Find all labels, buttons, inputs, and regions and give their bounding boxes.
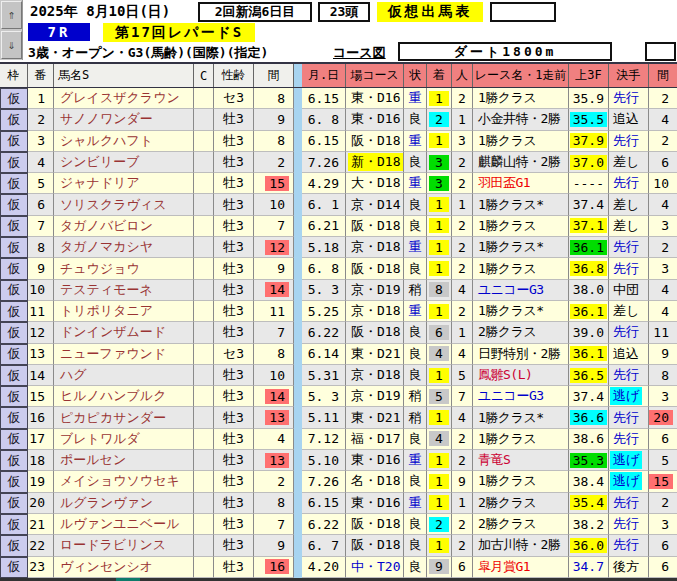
cell-waku[interactable]: 仮 xyxy=(0,88,28,109)
cell-waku-value: 仮 xyxy=(5,281,24,299)
cell-race-name-value: 1勝クラス* xyxy=(475,409,547,427)
cell-sex-age: セ3 xyxy=(214,344,254,365)
cell-horse-name[interactable]: メイショウソウセキ xyxy=(54,471,194,492)
cell-sex-age-value: 牡3 xyxy=(220,472,247,490)
cell-horse-name[interactable]: サノノワンダー xyxy=(54,109,194,130)
cell-condition-value: 稍 xyxy=(406,387,425,405)
cell-horse-name[interactable]: トリポリタニア xyxy=(54,301,194,322)
cell-finish-value: 1 xyxy=(429,453,449,468)
cell-run-style: 先行 xyxy=(609,493,649,514)
cell-waku[interactable]: 仮 xyxy=(0,344,28,365)
cell-finish-value: 5 xyxy=(429,389,449,404)
cell-horse-name[interactable]: ソリスクラヴィス xyxy=(54,194,194,215)
column-separator xyxy=(294,237,302,258)
cell-waku[interactable]: 仮 xyxy=(0,322,28,343)
cell-run-style: 差し xyxy=(609,194,649,215)
cell-popularity-value: 7 xyxy=(455,389,469,404)
cell-waku[interactable]: 仮 xyxy=(0,173,28,194)
cell-sex-age: 牡3 xyxy=(214,514,254,535)
cell-race-name: 1勝クラス xyxy=(473,471,569,492)
cell-number-value: 2 xyxy=(34,112,48,127)
cell-interval: 9 xyxy=(649,344,677,365)
cell-waku[interactable]: 仮 xyxy=(0,450,28,471)
cell-race-name-value: 1勝クラス* xyxy=(475,196,547,214)
cell-finish: 6 xyxy=(427,322,452,343)
cell-track-course-value: 福・D17 xyxy=(348,430,403,448)
cell-finish-value: 1 xyxy=(429,261,449,276)
cell-number: 13 xyxy=(28,344,54,365)
column-separator xyxy=(294,493,302,514)
cell-horse-name-value: シンビリーブ xyxy=(57,153,143,171)
cell-sex-age-value: 牡3 xyxy=(220,558,247,576)
cell-waku[interactable]: 仮 xyxy=(0,280,28,301)
cell-waku[interactable]: 仮 xyxy=(0,194,28,215)
cell-number: 21 xyxy=(28,514,54,535)
cell-waku[interactable]: 仮 xyxy=(0,152,28,173)
cell-number: 14 xyxy=(28,365,54,386)
cell-popularity: 2 xyxy=(452,450,473,471)
cell-date: 7.26 xyxy=(302,152,346,173)
cell-horse-name[interactable]: ヒルノハンブルク xyxy=(54,386,194,407)
column-separator xyxy=(294,322,302,343)
cell-horse-name[interactable]: ドンインザムード xyxy=(54,322,194,343)
cell-waku[interactable]: 仮 xyxy=(0,386,28,407)
column-separator xyxy=(294,64,302,87)
cell-last3f: 38.0 xyxy=(569,280,609,301)
cell-horse-name[interactable]: ニューファウンド xyxy=(54,344,194,365)
cell-waku[interactable]: 仮 xyxy=(0,493,28,514)
cell-horse-name[interactable]: ハグ xyxy=(54,365,194,386)
cell-condition: 良 xyxy=(404,535,427,556)
cell-horse-name[interactable]: タガノバビロン xyxy=(54,216,194,237)
cell-waku[interactable]: 仮 xyxy=(0,301,28,322)
cell-waku[interactable]: 仮 xyxy=(0,471,28,492)
cell-track-course: 京・D19 xyxy=(346,386,404,407)
cell-track-course-value: 東・D21 xyxy=(348,345,403,363)
cell-sex-age: 牡3 xyxy=(214,131,254,152)
cell-weeks-since: 8 xyxy=(254,493,294,514)
cell-horse-name[interactable]: シンビリーブ xyxy=(54,152,194,173)
cell-horse-name[interactable]: チュウジョウ xyxy=(54,258,194,279)
cell-horse-name[interactable]: ポールセン xyxy=(54,450,194,471)
cell-weeks-since-value: 7 xyxy=(273,517,289,532)
cell-waku[interactable]: 仮 xyxy=(0,514,28,535)
cell-waku[interactable]: 仮 xyxy=(0,365,28,386)
cell-last3f-value: 37.4 xyxy=(570,389,607,404)
cell-waku[interactable]: 仮 xyxy=(0,429,28,450)
cell-waku[interactable]: 仮 xyxy=(0,258,28,279)
cell-horse-name[interactable]: ブレトワルダ xyxy=(54,429,194,450)
cell-horse-name-value: タガノバビロン xyxy=(57,217,156,235)
cell-waku[interactable]: 仮 xyxy=(0,535,28,556)
cell-horse-name[interactable]: テスティモーネ xyxy=(54,280,194,301)
cell-waku[interactable]: 仮 xyxy=(0,216,28,237)
cell-horse-name[interactable]: ヴィンセンシオ xyxy=(54,557,194,578)
cell-waku[interactable]: 仮 xyxy=(0,131,28,152)
cell-waku[interactable]: 仮 xyxy=(0,407,28,428)
cell-weeks-since: 2 xyxy=(254,471,294,492)
cell-condition-value: 稍 xyxy=(406,409,425,427)
cell-sex-age: 牡3 xyxy=(214,173,254,194)
cell-horse-name[interactable]: ルヴァンユニベール xyxy=(54,514,194,535)
cell-horse-name[interactable]: ピカピカサンダー xyxy=(54,407,194,428)
cell-horse-name[interactable]: ルグランヴァン xyxy=(54,493,194,514)
cell-horse-name[interactable]: ロードラビリンス xyxy=(54,535,194,556)
cell-horse-name[interactable]: タガノマカシヤ xyxy=(54,237,194,258)
cell-date-value: 7.26 xyxy=(305,155,342,170)
cell-weeks-since-value: 2 xyxy=(273,474,289,489)
cell-waku[interactable]: 仮 xyxy=(0,557,28,578)
cell-number-value: 7 xyxy=(34,218,48,233)
cell-number-value: 21 xyxy=(28,517,48,532)
cell-waku[interactable]: 仮 xyxy=(0,237,28,258)
cell-horse-name[interactable]: シャルクハフト xyxy=(54,131,194,152)
cell-horse-name-value: グレイスザクラウン xyxy=(57,89,183,107)
cell-horse-name[interactable]: グレイスザクラウン xyxy=(54,88,194,109)
cell-interval-value: 3 xyxy=(657,517,673,532)
cell-run-style-value: 先行 xyxy=(610,409,642,427)
cell-date: 6. 8 xyxy=(302,109,346,130)
cell-horse-name[interactable]: ジャナドリア xyxy=(54,173,194,194)
cell-sex-age: 牡3 xyxy=(214,429,254,450)
cell-track-course: 大・D18 xyxy=(346,173,404,194)
column-header: 枠 xyxy=(0,64,28,87)
course-map-link[interactable]: コース図 xyxy=(333,44,386,62)
cell-run-style-value: 先行 xyxy=(610,132,642,150)
cell-waku[interactable]: 仮 xyxy=(0,109,28,130)
